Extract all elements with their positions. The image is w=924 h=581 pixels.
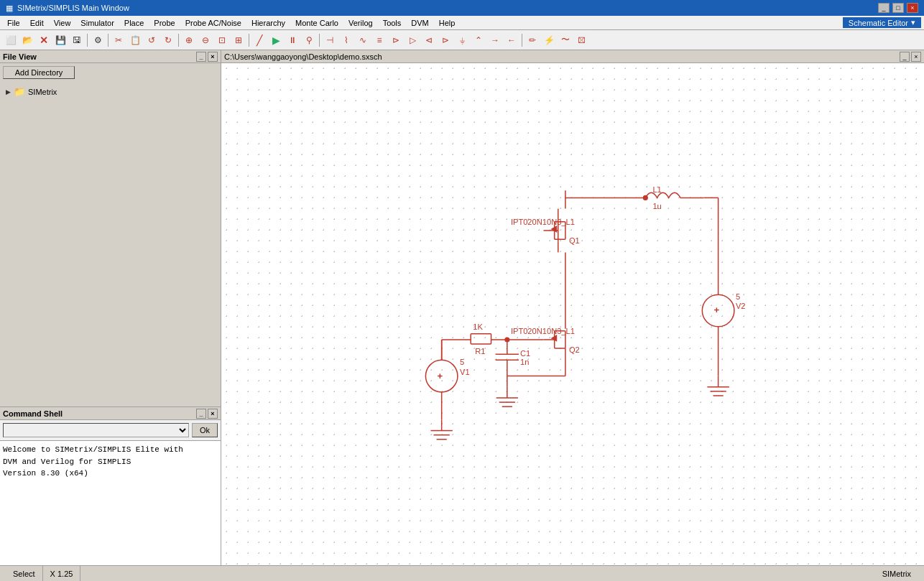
menu-probe[interactable]: Probe xyxy=(149,17,179,29)
wire-button[interactable]: ╱ xyxy=(251,32,267,48)
menu-monte-carlo[interactable]: Monte Carlo xyxy=(291,17,343,29)
marker-button[interactable]: ⛝ xyxy=(574,32,590,48)
rotate-button[interactable]: ↺ xyxy=(144,32,160,48)
properties-button[interactable]: ⚙ xyxy=(90,32,106,48)
cmd-input[interactable] xyxy=(3,423,189,437)
command-shell-controls[interactable]: _ × xyxy=(196,409,218,419)
menu-help[interactable]: Help xyxy=(435,17,460,29)
schematic-path-header: C:\Users\wanggaoyong\Desktop\demo.sxsch … xyxy=(221,50,924,63)
inductor-button[interactable]: ⌇ xyxy=(338,32,354,48)
svg-text:Q2: Q2 xyxy=(569,345,580,354)
zoom-full-button[interactable]: ⊞ xyxy=(231,32,246,48)
svg-text:+: + xyxy=(714,305,720,315)
cmd-shell-minimize[interactable]: _ xyxy=(196,409,206,419)
svg-text:5: 5 xyxy=(460,358,464,366)
menu-simulator[interactable]: Simulator xyxy=(76,17,118,29)
cmd-input-row: Ok xyxy=(0,420,221,441)
window-title: SIMetrix/SIMPLIS Main Window xyxy=(17,4,129,12)
cmd-output-line-1: Welcome to SIMetrix/SIMPLIS Elite with xyxy=(3,444,218,456)
file-view-close[interactable]: × xyxy=(208,52,218,62)
schematic-minimize[interactable]: _ xyxy=(900,52,910,62)
close-button[interactable]: × xyxy=(907,3,918,13)
menu-place[interactable]: Place xyxy=(120,17,149,29)
file-tree: ▶ 📁 SIMetrix xyxy=(0,82,221,406)
save-button[interactable]: 💾 xyxy=(52,32,68,48)
schematic-editor-label: Schematic Editor xyxy=(849,19,908,27)
svg-text:IPT020N10N3_L1: IPT020N10N3_L1 xyxy=(511,218,575,226)
toolbar: ⬜ 📂 ✕ 💾 🖫 ⚙ ✂ 📋 ↺ ↻ ⊕ ⊖ ⊡ ⊞ ╱ ▶ ⏸ ⚲ ⊣ ⌇ … xyxy=(0,30,924,50)
file-tree-item-simetrix[interactable]: ▶ 📁 SIMetrix xyxy=(3,85,218,98)
command-shell-label: Command Shell xyxy=(3,409,63,418)
mirror-button[interactable]: ↻ xyxy=(160,32,176,48)
open-button[interactable]: 📂 xyxy=(19,32,35,48)
arrow-right-button[interactable]: → xyxy=(487,32,503,48)
menu-tools[interactable]: Tools xyxy=(379,17,406,29)
status-coords: X 1.25 xyxy=(43,566,81,581)
menu-dvm[interactable]: DVM xyxy=(407,17,433,29)
schematic-close[interactable]: × xyxy=(911,52,921,62)
cut-button[interactable]: ✂ xyxy=(111,32,126,48)
svg-text:V1: V1 xyxy=(460,368,470,376)
app-icon: ▦ xyxy=(6,4,13,13)
file-view-header: File View _ × xyxy=(0,50,221,63)
title-controls[interactable]: _ □ × xyxy=(878,3,918,13)
main-layout: File View _ × Add Directory ▶ 📁 SIMetrix… xyxy=(0,50,924,565)
cmd-output-line-3: Version 8.30 (x64) xyxy=(3,468,218,480)
arrow-left-button[interactable]: ← xyxy=(504,32,519,48)
zoom-out-button[interactable]: ⊖ xyxy=(198,32,213,48)
right-panel: C:\Users\wanggaoyong\Desktop\demo.sxsch … xyxy=(221,50,924,565)
gnd-button[interactable]: ⏚ xyxy=(454,32,470,48)
wire2-button[interactable]: ∿ xyxy=(355,32,371,48)
wave-button[interactable]: 〜 xyxy=(558,32,573,48)
run-button[interactable]: ▶ xyxy=(268,32,284,48)
menu-file[interactable]: File xyxy=(3,17,24,29)
maximize-button[interactable]: □ xyxy=(892,3,904,13)
menu-hierarchy[interactable]: Hierarchy xyxy=(247,17,290,29)
title-bar: ▦ SIMetrix/SIMPLIS Main Window _ □ × xyxy=(0,0,924,16)
resistor-button[interactable]: ⊣ xyxy=(322,32,338,48)
status-bar: Select X 1.25 SIMetrix xyxy=(0,565,924,581)
zoom-fit-button[interactable]: ⊡ xyxy=(214,32,230,48)
status-brand-label: SIMetrix xyxy=(882,570,911,578)
svg-text:V2: V2 xyxy=(736,302,746,310)
cmd-ok-button[interactable]: Ok xyxy=(192,423,218,437)
command-shell-header: Command Shell _ × xyxy=(0,407,221,420)
cmd-shell-close[interactable]: × xyxy=(208,409,218,419)
copy-button[interactable]: 📋 xyxy=(127,32,143,48)
menu-view[interactable]: View xyxy=(50,17,75,29)
svg-rect-31 xyxy=(471,334,491,344)
cmd-output-line-2: DVM and Verilog for SIMPLIS xyxy=(3,456,218,468)
schematic-header-controls[interactable]: _ × xyxy=(900,52,921,62)
status-mode: Select xyxy=(6,566,43,581)
mosfet-p-button[interactable]: ⊲ xyxy=(421,32,437,48)
save-as-button[interactable]: 🖫 xyxy=(69,32,85,48)
cmd-output: Welcome to SIMetrix/SIMPLIS Elite with D… xyxy=(0,441,221,565)
mosfet-n-button[interactable]: ⊳ xyxy=(438,32,453,48)
new-button[interactable]: ⬜ xyxy=(3,32,19,48)
diode-button[interactable]: ⊳ xyxy=(388,32,404,48)
svg-text:Q1: Q1 xyxy=(569,236,580,245)
menu-verilog[interactable]: Verilog xyxy=(344,17,377,29)
file-view-controls[interactable]: _ × xyxy=(196,52,218,62)
left-panel: File View _ × Add Directory ▶ 📁 SIMetrix… xyxy=(0,50,221,565)
menu-edit[interactable]: Edit xyxy=(26,17,48,29)
svg-text:1K: 1K xyxy=(473,322,483,331)
capacitor-button[interactable]: ≡ xyxy=(371,32,387,48)
svg-text:C1: C1 xyxy=(520,349,530,358)
probe2-button[interactable]: ⚡ xyxy=(541,32,557,48)
minimize-button[interactable]: _ xyxy=(878,3,890,13)
menu-probe-ac-noise[interactable]: Probe AC/Noise xyxy=(181,17,246,29)
pencil-button[interactable]: ✏ xyxy=(525,32,540,48)
probe-button[interactable]: ⚲ xyxy=(301,32,317,48)
vcc-button[interactable]: ⌃ xyxy=(471,32,486,48)
close-button-tb[interactable]: ✕ xyxy=(36,32,52,48)
pause-button[interactable]: ⏸ xyxy=(285,32,300,48)
add-directory-button[interactable]: Add Directory xyxy=(3,66,75,79)
schematic-canvas[interactable]: .comp { stroke: #c0392b; stroke-width: 1… xyxy=(221,63,924,565)
diode2-button[interactable]: ▷ xyxy=(405,32,420,48)
svg-text:R1: R1 xyxy=(475,347,485,355)
svg-text:1u: 1u xyxy=(652,202,661,210)
folder-icon: 📁 xyxy=(14,86,25,97)
zoom-in-button[interactable]: ⊕ xyxy=(181,32,197,48)
file-view-minimize[interactable]: _ xyxy=(196,52,206,62)
